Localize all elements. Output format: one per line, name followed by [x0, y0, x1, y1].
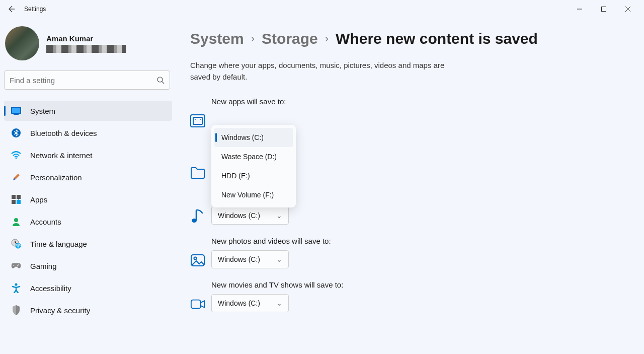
svg-rect-8 [17, 195, 21, 199]
svg-point-17 [15, 284, 18, 286]
shield-icon [11, 305, 21, 315]
dropdown-option-label: Waste Space (D:) [221, 153, 277, 161]
titlebar-left: Settings [4, 2, 46, 16]
dropdown-value: Windows (C:) [218, 299, 260, 307]
setting-label: New apps will save to: [211, 97, 632, 106]
music-note-icon [190, 209, 205, 224]
dropdown-music[interactable]: Windows (C:) ⌄ [211, 206, 289, 225]
dropdown-value: Windows (C:) [218, 255, 260, 263]
dropdown-value: Windows (C:) [218, 211, 260, 220]
sidebar-item-label: Network & internet [30, 151, 92, 160]
bluetooth-icon [11, 128, 21, 138]
main-content: System › Storage › Where new content is … [176, 18, 644, 354]
sidebar-item-system[interactable]: System [4, 101, 172, 121]
person-icon [11, 217, 21, 227]
sidebar: Aman Kumar System Bluetooth & devices Ne… [0, 18, 176, 354]
svg-rect-0 [602, 7, 606, 12]
breadcrumb-current: Where new content is saved [336, 30, 538, 47]
close-icon [625, 6, 631, 12]
svg-point-22 [192, 219, 197, 223]
sidebar-item-accessibility[interactable]: Accessibility [4, 278, 172, 298]
svg-rect-7 [12, 195, 16, 199]
photo-icon [190, 253, 205, 268]
chevron-down-icon: ⌄ [276, 211, 282, 220]
system-icon [11, 106, 21, 116]
breadcrumb-system[interactable]: System [190, 30, 244, 47]
paintbrush-icon [11, 172, 21, 182]
svg-point-21 [200, 119, 201, 120]
search-input[interactable] [10, 76, 156, 85]
svg-rect-19 [193, 117, 202, 124]
svg-point-24 [194, 257, 197, 259]
sidebar-item-privacy[interactable]: Privacy & security [4, 300, 172, 320]
dropdown-option-new-volume-f[interactable]: New Volume (F:) [214, 185, 293, 204]
dropdown-option-hdd-e[interactable]: HDD (E:) [214, 166, 293, 185]
disk-icon [190, 113, 205, 128]
sidebar-item-label: Bluetooth & devices [30, 129, 97, 137]
window-controls [568, 1, 640, 17]
search-icon [156, 76, 165, 84]
app-body: Aman Kumar System Bluetooth & devices Ne… [0, 18, 644, 354]
profile-block[interactable]: Aman Kumar [4, 22, 172, 68]
sidebar-item-bluetooth[interactable]: Bluetooth & devices [4, 123, 172, 143]
svg-point-14 [14, 265, 15, 266]
setting-row-photos: New photos and videos will save to: Wind… [211, 237, 632, 268]
sidebar-item-label: Personalization [30, 173, 82, 182]
avatar [5, 26, 39, 60]
svg-point-11 [14, 218, 18, 222]
dropdown-option-windows-c[interactable]: Windows (C:) [214, 128, 293, 147]
search-box[interactable] [4, 70, 170, 90]
setting-label: New movies and TV shows will save to: [211, 280, 632, 289]
maximize-button[interactable] [592, 1, 616, 17]
folder-icon [190, 165, 205, 180]
sidebar-item-label: Accessibility [30, 284, 71, 293]
sidebar-item-accounts[interactable]: Accounts [4, 211, 172, 232]
dropdown-movies[interactable]: Windows (C:) ⌄ [211, 294, 289, 312]
sidebar-item-label: Privacy & security [30, 306, 90, 315]
maximize-icon [601, 6, 607, 12]
svg-rect-25 [191, 300, 201, 308]
minimize-icon [577, 6, 583, 12]
sidebar-nav: System Bluetooth & devices Network & int… [4, 101, 172, 320]
dropdown-option-label: HDD (E:) [221, 172, 250, 180]
sidebar-item-gaming[interactable]: Gaming [4, 256, 172, 276]
video-icon [190, 297, 205, 312]
svg-point-20 [195, 119, 196, 120]
page-description: Change where your apps, documents, music… [190, 59, 462, 83]
apps-icon [11, 194, 21, 204]
profile-name: Aman Kumar [46, 34, 126, 43]
chevron-down-icon: ⌄ [276, 255, 282, 263]
back-button[interactable] [4, 2, 18, 16]
sidebar-item-time-language[interactable]: Time & language [4, 234, 172, 254]
breadcrumb-storage[interactable]: Storage [262, 30, 318, 47]
svg-rect-3 [12, 108, 20, 113]
sidebar-item-label: System [30, 107, 55, 115]
dropdown-option-label: Windows (C:) [221, 133, 264, 141]
sidebar-item-label: Gaming [30, 262, 57, 270]
chevron-down-icon: ⌄ [276, 299, 282, 307]
dropdown-photos[interactable]: Windows (C:) ⌄ [211, 250, 289, 268]
wifi-icon [11, 150, 21, 160]
chevron-right-icon: › [251, 32, 255, 45]
accessibility-icon [11, 283, 21, 293]
svg-rect-4 [14, 114, 19, 115]
sidebar-item-network[interactable]: Network & internet [4, 145, 172, 165]
sidebar-item-label: Time & language [30, 240, 87, 248]
setting-row-apps: New apps will save to: Windows (C:) Wast… [211, 97, 632, 129]
profile-text: Aman Kumar [46, 34, 126, 53]
sidebar-item-label: Accounts [30, 218, 61, 226]
sidebar-item-personalization[interactable]: Personalization [4, 167, 172, 187]
setting-row-movies: New movies and TV shows will save to: Wi… [211, 280, 632, 312]
dropdown-option-label: New Volume (F:) [221, 191, 274, 199]
minimize-button[interactable] [568, 1, 592, 17]
sidebar-item-apps[interactable]: Apps [4, 189, 172, 209]
close-button[interactable] [616, 1, 640, 17]
dropdown-option-waste-space-d[interactable]: Waste Space (D:) [214, 147, 293, 166]
titlebar: Settings [0, 0, 644, 18]
chevron-right-icon: › [325, 32, 329, 45]
svg-point-1 [157, 77, 163, 82]
app-title: Settings [24, 6, 46, 13]
svg-point-15 [18, 264, 19, 265]
gamepad-icon [11, 261, 21, 271]
svg-point-6 [16, 158, 17, 159]
